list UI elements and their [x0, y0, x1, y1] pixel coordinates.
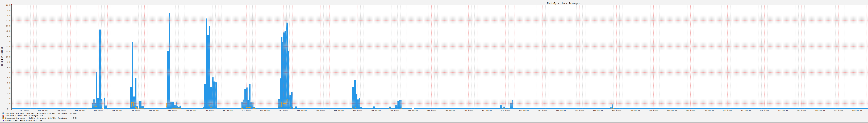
- svg-text:2 M: 2 M: [7, 98, 10, 99]
- svg-text:Thu 12:00: Thu 12:00: [723, 110, 732, 112]
- svg-text:Outbound Current 4.80k Aver: Outbound Current 4.80k Average 69.48k Ma…: [5, 117, 76, 119]
- svg-text:20 M: 20 M: [6, 4, 10, 6]
- svg-text:14 M: 14 M: [6, 36, 10, 37]
- svg-text:Wed 00:00: Wed 00:00: [667, 110, 677, 112]
- svg-text:Inbound link/traffic congestio: Inbound link/traffic congestion: [5, 115, 43, 117]
- svg-text:0: 0: [7, 108, 8, 110]
- svg-text:Monthly (1 Hour Average): Monthly (1 Hour Average): [547, 2, 580, 5]
- svg-text:Wed 00:00: Wed 00:00: [408, 110, 417, 112]
- svg-text:Sun 00:00: Sun 00:00: [556, 110, 566, 112]
- svg-text:Fri 00:00: Fri 00:00: [223, 110, 232, 112]
- svg-text:Tue 12:00: Tue 12:00: [130, 110, 140, 112]
- svg-text:Sat 12:00: Sat 12:00: [538, 110, 547, 112]
- svg-text:Tue 00:00: Tue 00:00: [371, 110, 380, 112]
- svg-text:Tue 00:00: Tue 00:00: [112, 110, 122, 112]
- svg-text:Fri 12:00: Fri 12:00: [501, 110, 510, 112]
- svg-text:11 M: 11 M: [6, 51, 10, 53]
- svg-text:Fri 00:00: Fri 00:00: [741, 110, 751, 112]
- svg-text:10 M: 10 M: [6, 56, 10, 58]
- svg-text:Mon 00:00: Mon 00:00: [593, 110, 602, 112]
- svg-text:Thu 12:00: Thu 12:00: [464, 110, 473, 112]
- svg-text:Mon 12:00: Mon 12:00: [612, 110, 621, 112]
- svg-text:Sun 00:00: Sun 00:00: [38, 110, 48, 112]
- svg-text:Mon 00:00: Mon 00:00: [334, 110, 344, 112]
- svg-text:4 M: 4 M: [7, 87, 10, 89]
- svg-text:16 M: 16 M: [6, 25, 10, 27]
- svg-text:19 M: 19 M: [6, 9, 10, 11]
- svg-text:6 M: 6 M: [7, 77, 10, 79]
- svg-text:18 M: 18 M: [6, 15, 10, 16]
- svg-text:Fri 12:00: Fri 12:00: [760, 110, 769, 112]
- svg-text:12 M: 12 M: [6, 46, 10, 48]
- svg-text:Sun 12:00: Sun 12:00: [316, 110, 325, 112]
- svg-text:Thu 12:00: Thu 12:00: [205, 110, 214, 112]
- svg-text:Wed 12:00: Wed 12:00: [427, 110, 436, 112]
- svg-text:Wed 00:00: Wed 00:00: [149, 110, 158, 112]
- svg-text:Sat 00:00: Sat 00:00: [519, 110, 529, 112]
- svg-text:Mon 12:00: Mon 12:00: [94, 110, 103, 112]
- svg-text:3 M: 3 M: [7, 92, 10, 94]
- svg-text:7 M: 7 M: [7, 72, 10, 74]
- svg-text:Inbound Current 106.24k Aver: Inbound Current 106.24k Average 628.49k …: [5, 112, 76, 115]
- svg-text:Mon 00:00: Mon 00:00: [852, 110, 862, 112]
- svg-text:Sun 00:00: Sun 00:00: [815, 110, 825, 112]
- svg-text:Fri 00:00: Fri 00:00: [482, 110, 492, 112]
- svg-text:Wed 12:00: Wed 12:00: [168, 110, 177, 112]
- svg-text:Thu 00:00: Thu 00:00: [704, 110, 714, 112]
- svg-text:5 M: 5 M: [7, 82, 10, 84]
- svg-text:Wed 12:00: Wed 12:00: [686, 110, 695, 112]
- svg-text:Tue 12:00: Tue 12:00: [649, 110, 658, 112]
- svg-text:Subscribed LEARN bandwidth 20M: Subscribed LEARN bandwidth 20M: [5, 119, 42, 122]
- svg-text:8 M: 8 M: [7, 67, 10, 69]
- svg-text:bits per second: bits per second: [1, 47, 3, 66]
- svg-text:Sat 00:00: Sat 00:00: [260, 110, 270, 112]
- svg-text:Sun 12:00: Sun 12:00: [575, 110, 584, 112]
- svg-text:9 M: 9 M: [7, 61, 10, 63]
- svg-text:1 M: 1 M: [7, 103, 10, 105]
- svg-text:Thu 00:00: Thu 00:00: [186, 110, 195, 112]
- svg-text:Sat 12:00: Sat 12:00: [797, 110, 806, 112]
- svg-text:Tue 12:00: Tue 12:00: [390, 110, 399, 112]
- svg-text:Sun 12:00: Sun 12:00: [57, 110, 66, 112]
- svg-text:Sat 12:00: Sat 12:00: [279, 110, 288, 112]
- svg-text:13 M: 13 M: [6, 41, 10, 43]
- svg-text:Fri 12:00: Fri 12:00: [242, 110, 251, 112]
- svg-text:Sun 00:00: Sun 00:00: [297, 110, 307, 112]
- svg-text:Tue 00:00: Tue 00:00: [630, 110, 640, 112]
- svg-text:Sat 12:00: Sat 12:00: [20, 110, 29, 112]
- svg-text:Sat 00:00: Sat 00:00: [778, 110, 787, 112]
- svg-text:Sun 12:00: Sun 12:00: [834, 110, 843, 112]
- svg-text:Mon 12:00: Mon 12:00: [353, 110, 362, 112]
- svg-text:15 M: 15 M: [6, 30, 10, 32]
- svg-text:Thu 00:00: Thu 00:00: [445, 110, 455, 112]
- svg-text:Mon 00:00: Mon 00:00: [75, 110, 85, 112]
- svg-text:17 M: 17 M: [6, 20, 10, 22]
